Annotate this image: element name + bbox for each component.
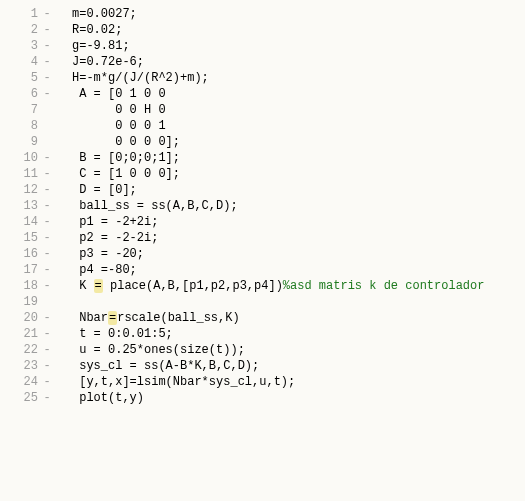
exec-dash: - <box>40 150 54 166</box>
code-text: Nbar <box>72 311 108 325</box>
line-number: 7 <box>0 102 40 118</box>
code-line[interactable]: t = 0:0.01:5; <box>72 326 525 342</box>
code-line[interactable]: 0 0 H 0 <box>72 102 525 118</box>
exec-dash <box>40 118 54 134</box>
line-number: 5 <box>0 70 40 86</box>
code-line[interactable]: p1 = -2+2i; <box>72 214 525 230</box>
line-number: 2 <box>0 22 40 38</box>
line-number: 11 <box>0 166 40 182</box>
code-line[interactable]: D = [0]; <box>72 182 525 198</box>
line-number: 23 <box>0 358 40 374</box>
line-number: 17 <box>0 262 40 278</box>
line-number: 25 <box>0 390 40 406</box>
code-line[interactable]: m=0.0027; <box>72 6 525 22</box>
code-line[interactable]: p2 = -2-2i; <box>72 230 525 246</box>
line-number: 12 <box>0 182 40 198</box>
exec-dash: - <box>40 246 54 262</box>
code-line[interactable]: sys_cl = ss(A-B*K,B,C,D); <box>72 358 525 374</box>
code-line[interactable]: 0 0 0 1 <box>72 118 525 134</box>
line-number: 3 <box>0 38 40 54</box>
line-number: 19 <box>0 294 40 310</box>
line-number: 13 <box>0 198 40 214</box>
code-line[interactable]: C = [1 0 0 0]; <box>72 166 525 182</box>
line-number: 22 <box>0 342 40 358</box>
exec-dash <box>40 134 54 150</box>
line-number: 24 <box>0 374 40 390</box>
code-line[interactable]: B = [0;0;0;1]; <box>72 150 525 166</box>
lint-highlight: = <box>94 279 103 293</box>
line-number-gutter: 1 2 3 4 5 6 7 8 9 10 11 12 13 14 15 16 1… <box>0 6 40 406</box>
code-text: rscale(ball_ss,K) <box>117 311 239 325</box>
exec-dash <box>40 294 54 310</box>
exec-dash: - <box>40 166 54 182</box>
lint-highlight: = <box>108 311 117 325</box>
code-line[interactable]: p3 = -20; <box>72 246 525 262</box>
line-number: 8 <box>0 118 40 134</box>
exec-dash: - <box>40 358 54 374</box>
exec-dash: - <box>40 390 54 406</box>
line-number: 6 <box>0 86 40 102</box>
code-line[interactable]: plot(t,y) <box>72 390 525 406</box>
line-number: 4 <box>0 54 40 70</box>
exec-dash: - <box>40 278 54 294</box>
code-line[interactable]: p4 =-80; <box>72 262 525 278</box>
exec-dash: - <box>40 262 54 278</box>
executable-marker-gutter: - - - - - - - - - - - - - - - - - - - - … <box>40 6 54 406</box>
exec-dash: - <box>40 6 54 22</box>
exec-dash: - <box>40 342 54 358</box>
line-number: 21 <box>0 326 40 342</box>
code-text: place(A,B,[p1,p2,p3,p4]) <box>103 279 283 293</box>
code-line[interactable]: K = place(A,B,[p1,p2,p3,p4])%asd matris … <box>72 278 525 294</box>
line-number: 14 <box>0 214 40 230</box>
line-number: 18 <box>0 278 40 294</box>
line-number: 16 <box>0 246 40 262</box>
exec-dash: - <box>40 54 54 70</box>
exec-dash: - <box>40 182 54 198</box>
exec-dash: - <box>40 326 54 342</box>
code-line[interactable]: J=0.72e-6; <box>72 54 525 70</box>
code-line[interactable]: u = 0.25*ones(size(t)); <box>72 342 525 358</box>
exec-dash: - <box>40 38 54 54</box>
exec-dash <box>40 102 54 118</box>
code-line[interactable]: 0 0 0 0]; <box>72 134 525 150</box>
exec-dash: - <box>40 374 54 390</box>
code-line[interactable]: Nbar=rscale(ball_ss,K) <box>72 310 525 326</box>
code-line[interactable]: g=-9.81; <box>72 38 525 54</box>
exec-dash: - <box>40 310 54 326</box>
exec-dash: - <box>40 214 54 230</box>
code-line[interactable]: [y,t,x]=lsim(Nbar*sys_cl,u,t); <box>72 374 525 390</box>
exec-dash: - <box>40 198 54 214</box>
exec-dash: - <box>40 230 54 246</box>
code-line[interactable]: ball_ss = ss(A,B,C,D); <box>72 198 525 214</box>
line-number: 10 <box>0 150 40 166</box>
code-line[interactable]: A = [0 1 0 0 <box>72 86 525 102</box>
code-editor[interactable]: 1 2 3 4 5 6 7 8 9 10 11 12 13 14 15 16 1… <box>0 0 525 412</box>
line-number: 1 <box>0 6 40 22</box>
exec-dash: - <box>40 70 54 86</box>
code-text: K <box>72 279 94 293</box>
code-line[interactable]: R=0.02; <box>72 22 525 38</box>
exec-dash: - <box>40 22 54 38</box>
code-line[interactable]: H=-m*g/(J/(R^2)+m); <box>72 70 525 86</box>
line-number: 15 <box>0 230 40 246</box>
comment-text: %asd matris k de controlador <box>283 279 485 293</box>
exec-dash: - <box>40 86 54 102</box>
code-area[interactable]: m=0.0027; R=0.02; g=-9.81; J=0.72e-6; H=… <box>54 6 525 406</box>
line-number: 9 <box>0 134 40 150</box>
code-line[interactable] <box>72 294 525 310</box>
line-number: 20 <box>0 310 40 326</box>
